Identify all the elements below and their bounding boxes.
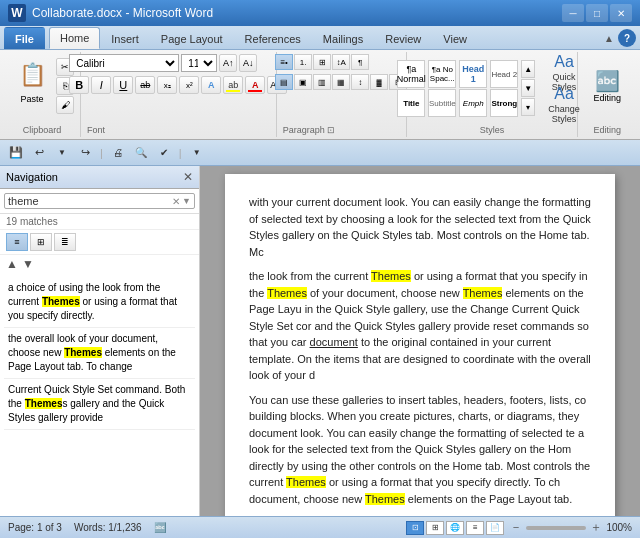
help-button[interactable]: ? — [618, 29, 636, 47]
decrease-font-button[interactable]: A↓ — [239, 54, 257, 72]
text-effects-button[interactable]: A — [201, 76, 221, 94]
nav-highlight: Themes — [42, 296, 80, 307]
numbering-button[interactable]: 1. — [294, 54, 312, 70]
document-area: with your current document look. You can… — [200, 166, 640, 516]
nav-panel-title: Navigation — [6, 171, 58, 183]
bold-button[interactable]: B — [69, 76, 89, 94]
editing-content: 🔤 Editing — [584, 54, 630, 123]
style-no-spacing[interactable]: ¶a No Spac... — [428, 60, 456, 88]
bullets-button[interactable]: ≡• — [275, 54, 293, 70]
styles-scroll-up[interactable]: ▲ — [521, 60, 535, 78]
style-title[interactable]: Title — [397, 89, 425, 117]
styles-scroll: ▲ ▼ ▾ — [521, 60, 535, 117]
nav-view-browse-headings[interactable]: ≡ — [6, 233, 28, 251]
nav-view-browse-pages[interactable]: ⊞ — [30, 233, 52, 251]
paragraph-label: Paragraph ⊡ — [283, 123, 400, 135]
tab-references[interactable]: References — [234, 27, 312, 49]
doc-paragraph: with your current document look. You can… — [249, 194, 591, 260]
nav-result-item[interactable]: Current Quick Style Set command. Both th… — [4, 379, 195, 430]
align-left-button[interactable]: ▤ — [275, 74, 293, 90]
web-layout-view-button[interactable]: 🌐 — [446, 521, 464, 535]
underline-button[interactable]: U — [113, 76, 133, 94]
align-right-button[interactable]: ▥ — [313, 74, 331, 90]
undo-qat-button[interactable]: ↩ — [29, 143, 49, 163]
full-screen-view-button[interactable]: ⊞ — [426, 521, 444, 535]
style-emphasis[interactable]: Emph — [459, 89, 487, 117]
zoom-in-button[interactable]: ＋ — [590, 519, 602, 536]
outline-view-button[interactable]: ≡ — [466, 521, 484, 535]
main-area: Navigation ✕ ✕ ▼ 19 matches ≡ ⊞ ≣ ▲ ▼ a … — [0, 166, 640, 516]
paste-button[interactable]: 📋 Paste — [10, 54, 54, 106]
qat-dropdown-button[interactable]: ▼ — [187, 143, 207, 163]
nav-view-browse-results[interactable]: ≣ — [54, 233, 76, 251]
text-highlight-button[interactable]: ab — [223, 76, 243, 94]
doc-link: document — [310, 336, 358, 348]
style-heading1[interactable]: Head 1 — [459, 60, 487, 88]
tab-view[interactable]: View — [432, 27, 478, 49]
paragraph-dialog-launcher[interactable]: ⊡ — [327, 125, 335, 135]
nav-search-clear-button[interactable]: ✕ — [172, 196, 180, 207]
doc-highlight: Themes — [463, 287, 503, 299]
tab-home[interactable]: Home — [49, 27, 100, 49]
subscript-button[interactable]: x₂ — [157, 76, 177, 94]
increase-font-button[interactable]: A↑ — [219, 54, 237, 72]
nav-next-button[interactable]: ▼ — [22, 257, 34, 271]
nav-panel-header: Navigation ✕ — [0, 166, 199, 189]
zoom-out-button[interactable]: － — [510, 519, 522, 536]
styles-dropdown[interactable]: ▾ — [521, 98, 535, 116]
document-page[interactable]: with your current document look. You can… — [225, 174, 615, 516]
align-center-button[interactable]: ▣ — [294, 74, 312, 90]
zoom-control: － ＋ 100% — [510, 519, 632, 536]
quick-access-toolbar: 💾 ↩ ▼ ↪ | 🖨 🔍 ✔ | ▼ — [0, 140, 640, 166]
show-marks-button[interactable]: ¶ — [351, 54, 369, 70]
nav-prev-button[interactable]: ▲ — [6, 257, 18, 271]
minimize-button[interactable]: ─ — [562, 4, 584, 22]
style-strong[interactable]: Strong — [490, 89, 518, 117]
nav-result-item[interactable]: a choice of using the look from the curr… — [4, 277, 195, 328]
tab-insert[interactable]: Insert — [100, 27, 150, 49]
zoom-slider[interactable] — [526, 526, 586, 530]
nav-search-dropdown[interactable]: ▼ — [182, 196, 191, 206]
nav-search-input[interactable] — [8, 195, 172, 207]
font-size-select[interactable]: 11 10 12 14 — [181, 54, 217, 72]
style-subtitle[interactable]: Subtitle — [428, 89, 456, 117]
style-heading2[interactable]: Head 2 — [490, 60, 518, 88]
styles-scroll-down[interactable]: ▼ — [521, 79, 535, 97]
justify-button[interactable]: ▦ — [332, 74, 350, 90]
font-family-select[interactable]: Calibri Arial Times New Roman — [69, 54, 179, 72]
nav-close-button[interactable]: ✕ — [183, 170, 193, 184]
styles-gallery-area: ¶a Normal ¶a No Spac... Head 1 Head 2 Ti… — [397, 60, 535, 117]
style-normal[interactable]: ¶a Normal — [397, 60, 425, 88]
nav-result-item[interactable]: the overall look of your document, choos… — [4, 328, 195, 379]
italic-button[interactable]: I — [91, 76, 111, 94]
save-qat-button[interactable]: 💾 — [6, 143, 26, 163]
maximize-button[interactable]: □ — [586, 4, 608, 22]
nav-navigation-buttons: ▲ ▼ — [0, 255, 199, 273]
customize-qat-button[interactable]: 🖨 — [108, 143, 128, 163]
redo-qat-button[interactable]: ↪ — [75, 143, 95, 163]
draft-view-button[interactable]: 📄 — [486, 521, 504, 535]
paragraph-row-1: ≡• 1. ⊞ ↕A ¶ — [275, 54, 369, 70]
print-preview-button[interactable]: 🔍 — [131, 143, 151, 163]
multilevel-button[interactable]: ⊞ — [313, 54, 331, 70]
close-button[interactable]: ✕ — [610, 4, 632, 22]
font-color-button[interactable]: A — [245, 76, 265, 94]
print-layout-view-button[interactable]: ⊡ — [406, 521, 424, 535]
line-spacing-button[interactable]: ↕ — [351, 74, 369, 90]
ribbon-collapse-icon[interactable]: ▲ — [604, 33, 614, 44]
tab-mailings[interactable]: Mailings — [312, 27, 374, 49]
tab-review[interactable]: Review — [374, 27, 432, 49]
editing-button[interactable]: 🔤 Editing — [584, 54, 630, 118]
styles-group: ¶a Normal ¶a No Spac... Head 1 Head 2 Ti… — [407, 52, 579, 137]
zoom-level[interactable]: 100% — [606, 522, 632, 533]
doc-highlight: Themes — [286, 476, 326, 488]
tab-page-layout[interactable]: Page Layout — [150, 27, 234, 49]
tab-file[interactable]: File — [4, 27, 45, 49]
sort-button[interactable]: ↕A — [332, 54, 350, 70]
undo-arrow-button[interactable]: ▼ — [52, 143, 72, 163]
clipboard-content: 📋 Paste ✂ ⎘ 🖌 — [10, 54, 74, 123]
shading-button[interactable]: ▓ — [370, 74, 388, 90]
strikethrough-button[interactable]: ab — [135, 76, 155, 94]
spell-check-button[interactable]: ✔ — [154, 143, 174, 163]
superscript-button[interactable]: x² — [179, 76, 199, 94]
